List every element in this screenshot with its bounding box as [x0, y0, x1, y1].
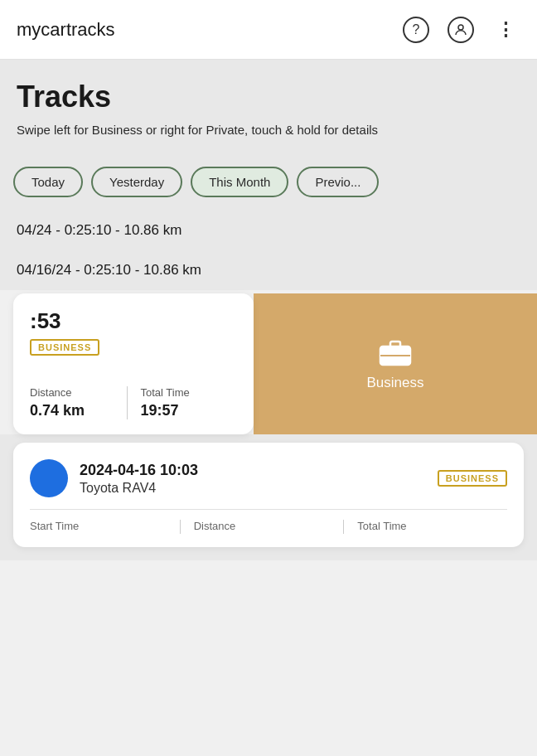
tab-yesterday[interactable]: Yesterday	[91, 167, 182, 197]
track-row-2[interactable]: 04/16/24 - 0:25:10 - 10.86 km	[17, 250, 520, 290]
second-card-container: 2024-04-16 10:03 Toyota RAV4 BUSINESS St…	[0, 434, 537, 560]
help-button[interactable]: ?	[401, 15, 431, 45]
app-title: mycartracks	[17, 19, 401, 41]
total-time-label: Total Time	[357, 520, 507, 532]
second-card-total-time: Total Time	[343, 520, 507, 534]
card-total-time-stat: Total Time 19:57	[127, 386, 238, 419]
second-card-datetime: 2024-04-16 10:03	[80, 462, 198, 479]
second-card-vehicle: Toyota RAV4	[80, 481, 198, 496]
second-card-header: 2024-04-16 10:03 Toyota RAV4 BUSINESS	[30, 459, 507, 497]
distance-label: Distance	[194, 520, 344, 532]
second-card-distance: Distance	[180, 520, 344, 534]
tab-today[interactable]: Today	[13, 167, 83, 197]
tab-this-month[interactable]: This Month	[191, 167, 288, 197]
business-panel-label: Business	[367, 375, 424, 391]
track-row-1[interactable]: 04/24 - 0:25:10 - 10.86 km	[17, 211, 520, 250]
account-icon	[448, 17, 474, 43]
card-distance-label: Distance	[30, 386, 127, 399]
track-dot-indicator	[30, 459, 68, 497]
account-button[interactable]	[446, 15, 476, 45]
tracks-header: Tracks Swipe left for Business or right …	[0, 60, 537, 153]
second-track-card[interactable]: 2024-04-16 10:03 Toyota RAV4 BUSINESS St…	[13, 443, 524, 547]
card-total-time-label: Total Time	[141, 386, 238, 399]
tab-previous[interactable]: Previo...	[297, 167, 379, 197]
track-list-section: 04/24 - 0:25:10 - 10.86 km 04/16/24 - 0:…	[0, 211, 537, 290]
card-time: :53	[30, 308, 237, 334]
swipe-container: :53 BUSINESS Distance 0.74 km Total Time…	[0, 293, 537, 434]
card-distance-stat: Distance 0.74 km	[30, 386, 127, 419]
more-icon: ⋮	[496, 19, 515, 41]
card-total-time-value: 19:57	[141, 402, 238, 419]
tracks-subtitle: Swipe left for Business or right for Pri…	[17, 121, 520, 138]
track-card-swiped[interactable]: :53 BUSINESS Distance 0.74 km Total Time…	[13, 293, 254, 434]
second-card-business-badge: BUSINESS	[438, 470, 507, 487]
second-card-stats: Start Time Distance Total Time	[30, 509, 507, 534]
business-action-panel[interactable]: Business	[254, 293, 537, 434]
second-card-info: 2024-04-16 10:03 Toyota RAV4	[80, 462, 198, 496]
card-distance-value: 0.74 km	[30, 402, 127, 419]
more-button[interactable]: ⋮	[491, 15, 520, 45]
second-card-start-time: Start Time	[30, 520, 180, 534]
filter-tabs: Today Yesterday This Month Previo...	[0, 153, 537, 211]
start-time-label: Start Time	[30, 520, 180, 532]
card-business-badge: BUSINESS	[30, 339, 99, 356]
svg-point-0	[458, 25, 463, 30]
help-icon: ?	[403, 17, 429, 43]
top-bar: mycartracks ? ⋮	[0, 0, 537, 60]
top-bar-icons: ? ⋮	[401, 15, 520, 45]
card-stats: Distance 0.74 km Total Time 19:57	[30, 386, 237, 419]
briefcase-icon	[379, 337, 412, 366]
tracks-title: Tracks	[17, 80, 520, 114]
